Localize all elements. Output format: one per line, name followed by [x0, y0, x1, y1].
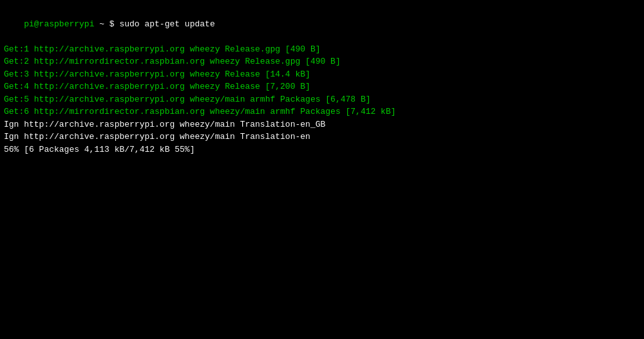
output-line-9: 56% [6 Packages 4,113 kB/7,412 kB 55%]	[4, 143, 640, 156]
output-line-7: Ign http://archive.raspberrypi.org wheez…	[4, 118, 640, 131]
output-line-6: Get:6 http://mirrordirector.raspbian.org…	[4, 105, 640, 118]
prompt-dollar: $	[109, 19, 115, 29]
output-line-2: Get:2 http://mirrordirector.raspbian.org…	[4, 55, 640, 68]
terminal-window[interactable]: pi@raspberrypi ~ $ sudo apt-get update G…	[0, 0, 644, 339]
prompt-user: pi@raspberrypi	[24, 19, 94, 29]
output-line-3: Get:3 http://archive.raspberrypi.org whe…	[4, 68, 640, 81]
output-line-1: Get:1 http://archive.raspberrypi.org whe…	[4, 43, 640, 56]
output-line-4: Get:4 http://archive.raspberrypi.org whe…	[4, 80, 640, 93]
output-line-8: Ign http://archive.raspberrypi.org wheez…	[4, 131, 640, 143]
prompt-line: pi@raspberrypi ~ $ sudo apt-get update	[4, 5, 640, 43]
command-text: sudo apt-get update	[115, 19, 215, 29]
prompt-tilde: ~	[94, 19, 109, 29]
output-line-5: Get:5 http://archive.raspberrypi.org whe…	[4, 93, 640, 106]
